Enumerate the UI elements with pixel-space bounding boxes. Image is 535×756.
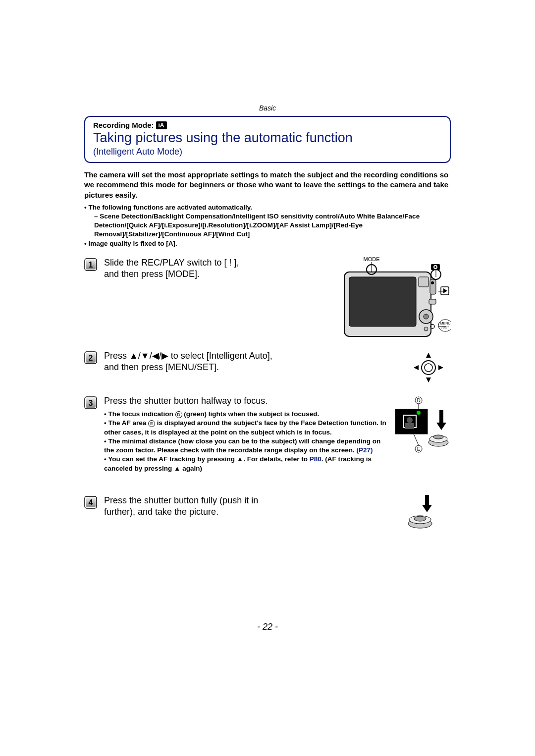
feature-bullets: The following functions are activated au… (84, 203, 451, 248)
step-3-body: Press the shutter button halfway to focu… (104, 395, 386, 473)
dpad-icon (411, 350, 446, 385)
shutter-full-press-icon (406, 495, 436, 530)
step-4-figure (406, 495, 451, 531)
menu-set-label: MENU /SET (438, 320, 451, 331)
step-3-note-4: You can set the AF tracking by pressing … (104, 455, 386, 473)
step-1-text: Slide the REC/PLAY switch to [ ! ], and … (104, 257, 337, 280)
svg-point-53 (433, 435, 443, 439)
step-3-note-3: The minimal distance (how close you can … (104, 437, 386, 455)
page-subtitle: (Intelligent Auto Mode) (93, 147, 442, 157)
intelligent-auto-icon: iA (156, 121, 167, 129)
svg-line-49 (414, 434, 419, 445)
callout-d-icon: D (175, 411, 182, 418)
step-2-figure (406, 350, 451, 386)
svg-rect-12 (429, 299, 436, 304)
bullet-auto: The following functions are activated au… (84, 203, 451, 239)
step-2: 2 Press ▲/▼/◀/▶ to select [Intelligent A… (84, 350, 451, 386)
svg-text:2: 2 (89, 354, 93, 362)
focus-illustration: D E (391, 395, 451, 485)
svg-marker-22 (443, 288, 447, 293)
bullet-quality: Image quality is fixed to [A]. (84, 239, 451, 248)
svg-rect-9 (419, 277, 428, 287)
step-3-notes: The focus indication D (green) lights wh… (104, 410, 386, 473)
svg-marker-57 (422, 495, 432, 512)
svg-text:/SET: /SET (441, 325, 449, 329)
step-2-body: Press ▲/▼/◀/▶ to select [Intelligent Aut… (104, 350, 401, 374)
step-1: 1 Slide the REC/PLAY switch to [ ! ], an… (84, 257, 451, 341)
svg-marker-34 (414, 365, 419, 370)
svg-text:E: E (417, 446, 421, 452)
svg-marker-35 (438, 365, 443, 370)
step-3-figure: D E (391, 395, 451, 486)
intro-paragraph: The camera will set the most appropriate… (84, 170, 451, 200)
step-4-body: Press the shutter button fully (push it … (104, 495, 401, 518)
step-3-note-2: The AF area E is displayed around the su… (104, 419, 386, 436)
mode-label: MODE (364, 257, 380, 262)
svg-text:4: 4 (89, 498, 93, 507)
recording-mode-row: Recording Mode: iA (93, 121, 442, 129)
svg-rect-8 (349, 277, 416, 326)
svg-point-19 (434, 266, 436, 268)
step-3: 3 Press the shutter button halfway to fo… (84, 395, 451, 486)
page-title: Taking pictures using the automatic func… (93, 130, 442, 146)
step-3-note-1: The focus indication D (green) lights wh… (104, 410, 386, 419)
page-number: - 22 - (0, 622, 535, 632)
play-icon (441, 287, 449, 295)
svg-point-45 (407, 417, 413, 423)
svg-text:D: D (417, 398, 420, 403)
section-header: Basic (84, 104, 451, 112)
bullet-auto-sub: Scene Detection/Backlight Compensation/I… (84, 212, 451, 239)
camera-illustration: MODE MENU /SET (342, 257, 451, 341)
svg-point-31 (425, 364, 432, 372)
svg-point-11 (431, 281, 434, 284)
ref-p80[interactable]: P80 (310, 455, 321, 463)
svg-marker-50 (436, 410, 446, 430)
step-3-text: Press the shutter button halfway to focu… (104, 395, 386, 407)
step-1-body: Slide the REC/PLAY switch to [ ! ], and … (104, 257, 337, 280)
ref-p27[interactable]: (P27) (356, 446, 373, 454)
step-1-figure: MODE MENU /SET (342, 257, 451, 341)
svg-marker-32 (426, 353, 431, 358)
callout-e-icon: E (148, 420, 155, 427)
svg-text:1: 1 (89, 261, 93, 269)
step-2-text: Press ▲/▼/◀/▶ to select [Intelligent Aut… (104, 350, 401, 374)
recording-mode-label: Recording Mode: (93, 121, 154, 129)
step-number-2-icon: 2 (84, 351, 97, 364)
step-number-4-icon: 4 (84, 496, 97, 509)
svg-point-14 (424, 314, 428, 319)
step-number-3-icon: 3 (84, 396, 97, 409)
manual-page: Basic Recording Mode: iA Taking pictures… (0, 0, 535, 756)
title-box: Recording Mode: iA Taking pictures using… (84, 116, 451, 163)
svg-text:MENU: MENU (440, 322, 451, 325)
step-number-1-icon: 1 (84, 258, 97, 271)
svg-point-43 (417, 411, 421, 415)
svg-point-60 (414, 516, 426, 521)
svg-rect-46 (405, 423, 414, 429)
step-4: 4 Press the shutter button fully (push i… (84, 495, 451, 531)
svg-point-30 (422, 361, 435, 375)
svg-text:3: 3 (89, 399, 93, 407)
svg-point-15 (424, 327, 428, 331)
svg-marker-33 (426, 378, 431, 382)
step-4-text: Press the shutter button fully (push it … (104, 495, 401, 518)
